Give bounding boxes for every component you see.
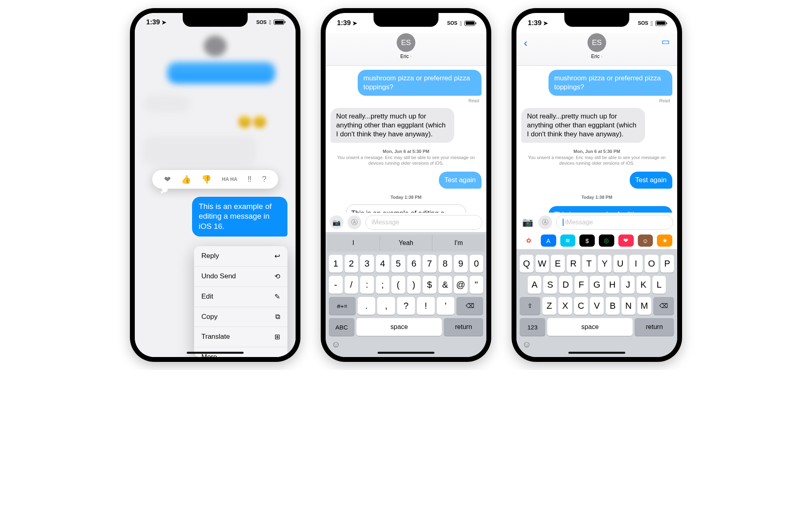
numbers-key[interactable]: 123 — [520, 318, 545, 336]
space-key[interactable]: space — [356, 318, 442, 336]
key[interactable]: Y — [598, 255, 612, 273]
focused-message-row[interactable]: This is an example of editing a message … — [171, 195, 287, 238]
key[interactable]: B — [606, 297, 620, 315]
app-icon[interactable]: ☺ — [638, 234, 653, 247]
key[interactable]: R — [567, 255, 581, 273]
key[interactable]: J — [621, 276, 635, 294]
key[interactable]: L — [652, 276, 666, 294]
prediction[interactable]: I — [327, 234, 380, 252]
key[interactable]: / — [345, 276, 358, 294]
home-indicator[interactable] — [568, 352, 625, 354]
key[interactable]: O — [645, 255, 659, 273]
in-bubble[interactable]: Not really...pretty much up for anything… — [330, 108, 454, 143]
key[interactable]: F — [574, 276, 588, 294]
in-bubble[interactable]: Not really...pretty much up for anything… — [521, 108, 645, 143]
facetime-button[interactable]: ▭ — [661, 37, 670, 47]
key[interactable]: " — [470, 276, 484, 294]
key[interactable]: K — [637, 276, 650, 294]
tapback-haha[interactable]: HA HA — [222, 177, 238, 182]
menu-edit[interactable]: Edit ✎ — [194, 287, 287, 307]
out-bubble[interactable]: mushroom pizza or preferred pizza toppin… — [549, 70, 672, 96]
key[interactable]: @ — [454, 276, 468, 294]
backspace-key[interactable]: ⌫ — [456, 297, 483, 315]
tapback-thumbs-up[interactable]: 👍 — [181, 174, 191, 184]
prediction[interactable]: Yeah — [380, 234, 433, 252]
return-key[interactable]: return — [635, 318, 674, 336]
key[interactable]: U — [613, 255, 627, 273]
key[interactable]: ! — [417, 297, 435, 315]
key[interactable]: ' — [437, 297, 455, 315]
key[interactable]: E — [551, 255, 565, 273]
key[interactable]: 5 — [391, 255, 405, 273]
tapback-heart[interactable]: ❤︎ — [164, 174, 171, 184]
key[interactable]: $ — [423, 276, 436, 294]
tapback-exclaim[interactable]: ‼︎ — [248, 174, 252, 184]
key[interactable]: . — [358, 297, 376, 315]
key[interactable]: T — [582, 255, 596, 273]
key[interactable]: , — [377, 297, 395, 315]
key[interactable]: W — [536, 255, 549, 273]
appstore-button[interactable]: Ⓐ — [348, 215, 361, 229]
contact-avatar[interactable]: ES — [587, 33, 606, 52]
appstore-button[interactable]: Ⓐ — [538, 215, 552, 229]
key[interactable]: 7 — [423, 255, 436, 273]
out-bubble[interactable]: This is an example of editing a message … — [549, 206, 672, 213]
edit-textarea[interactable]: This is an example of editing a message … — [346, 204, 466, 213]
key[interactable]: 0 — [470, 255, 484, 273]
app-icon[interactable]: ≋ — [560, 234, 576, 247]
message-input[interactable]: iMessage — [556, 215, 673, 230]
app-icon[interactable]: A — [541, 234, 556, 247]
messages-pane[interactable]: mushroom pizza or preferred pizza toppin… — [516, 66, 677, 213]
key[interactable]: Q — [520, 255, 533, 273]
home-indicator[interactable] — [378, 352, 434, 354]
contact-name[interactable]: Eric › — [400, 54, 412, 59]
space-key[interactable]: space — [547, 318, 633, 336]
key[interactable]: C — [574, 297, 588, 315]
key[interactable]: 2 — [345, 255, 358, 273]
key[interactable]: : — [360, 276, 374, 294]
app-icon[interactable]: ❤ — [618, 234, 634, 247]
key[interactable]: V — [590, 297, 604, 315]
message-input[interactable]: iMessage — [365, 215, 482, 230]
symbols-key[interactable]: #+= — [329, 297, 356, 315]
prediction[interactable]: I'm — [432, 234, 485, 252]
key[interactable]: N — [622, 297, 635, 315]
key[interactable]: 3 — [360, 255, 374, 273]
emoji-keyboard-button[interactable]: ☺ — [518, 336, 676, 353]
out-bubble[interactable]: Test again — [439, 172, 482, 189]
app-icon[interactable]: ★ — [657, 234, 672, 247]
tapback-question[interactable]: ? — [262, 174, 266, 184]
key[interactable]: & — [438, 276, 452, 294]
menu-copy[interactable]: Copy ⧉ — [194, 307, 287, 327]
abc-key[interactable]: ABC — [329, 318, 354, 336]
key[interactable]: - — [329, 276, 343, 294]
tapback-thumbs-down[interactable]: 👎 — [201, 174, 212, 184]
back-button[interactable]: ‹ — [524, 37, 527, 49]
home-indicator[interactable] — [187, 352, 244, 354]
menu-undo-send[interactable]: Undo Send ⟲ — [194, 267, 287, 287]
key[interactable]: 9 — [454, 255, 468, 273]
backspace-key[interactable]: ⌫ — [653, 297, 674, 315]
app-strip[interactable]: ✿A≋$◎❤☺★ — [516, 232, 677, 249]
app-icon[interactable]: ◎ — [599, 234, 614, 247]
key[interactable]: X — [558, 297, 572, 315]
key[interactable]: ? — [397, 297, 415, 315]
key[interactable]: G — [590, 276, 603, 294]
app-icon[interactable]: ✿ — [521, 234, 537, 247]
key[interactable]: M — [637, 297, 651, 315]
app-icon[interactable]: $ — [579, 234, 595, 247]
key[interactable]: ; — [376, 276, 390, 294]
emoji-keyboard-button[interactable]: ☺ — [327, 336, 485, 353]
key[interactable]: ) — [407, 276, 421, 294]
key[interactable]: ( — [391, 276, 405, 294]
key[interactable]: P — [661, 255, 674, 273]
contact-avatar[interactable]: ES — [397, 33, 415, 52]
key[interactable]: I — [629, 255, 643, 273]
menu-translate[interactable]: Translate ⊞ — [194, 327, 287, 347]
out-bubble[interactable]: mushroom pizza or preferred pizza toppin… — [358, 70, 482, 96]
key[interactable]: S — [543, 276, 557, 294]
key[interactable]: 6 — [407, 255, 421, 273]
key[interactable]: D — [559, 276, 572, 294]
key[interactable]: H — [606, 276, 619, 294]
key[interactable]: 4 — [376, 255, 390, 273]
